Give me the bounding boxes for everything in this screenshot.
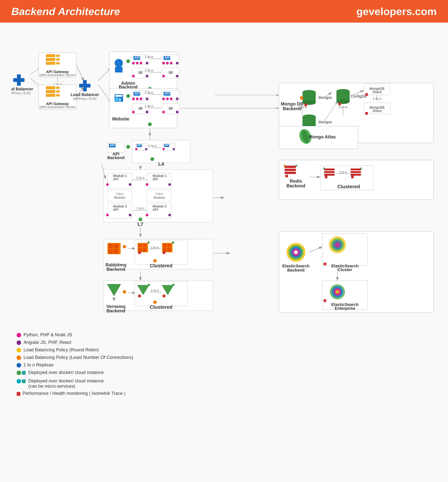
svg-text:Cluster: Cluster [338, 267, 352, 272]
architecture-diagram: Load Balancer (HAProxy / ELB) API Gatewa… [11, 34, 437, 478]
svg-text:1 to x: 1 to x [116, 192, 123, 195]
svg-point-94 [146, 111, 148, 113]
svg-point-313 [16, 371, 21, 375]
svg-rect-215 [324, 174, 335, 176]
svg-rect-183 [147, 190, 171, 202]
svg-point-190 [129, 214, 131, 216]
svg-text:UI: UI [169, 106, 172, 110]
svg-text:Deployed over docker/ cloud in: Deployed over docker/ cloud instance [28, 378, 104, 383]
admin-backend-section: API 1 to n API UI 1 to n UI [109, 52, 179, 91]
svg-rect-24 [56, 90, 60, 93]
svg-point-263 [294, 250, 298, 254]
svg-text:1 to n: 1 to n [144, 69, 153, 72]
svg-rect-203 [285, 166, 296, 168]
svg-text:V: V [113, 296, 116, 301]
svg-text:Modules: Modules [154, 196, 165, 199]
svg-point-81 [146, 98, 148, 100]
svg-point-46 [146, 62, 148, 64]
svg-point-59 [146, 75, 148, 77]
svg-point-45 [140, 62, 142, 64]
svg-text:1 to n: 1 to n [298, 105, 307, 109]
svg-text:UI: UI [169, 70, 172, 75]
svg-text:Clustered: Clustered [337, 184, 360, 189]
header-title: Backend Architecture [11, 5, 120, 17]
svg-rect-238 [138, 244, 142, 247]
svg-point-177 [146, 183, 148, 186]
vernemq-backend-section: V 1 to n Vernemq Backend Clustered [104, 280, 213, 313]
svg-rect-20 [46, 86, 55, 89]
svg-text:1 to n: 1 to n [144, 104, 153, 108]
svg-point-293 [148, 284, 150, 286]
svg-text:API: API [113, 177, 119, 181]
svg-rect-248 [167, 244, 171, 247]
svg-rect-25 [56, 94, 60, 96]
svg-rect-10 [46, 58, 55, 61]
svg-text:1 to n: 1 to n [136, 176, 144, 180]
svg-point-54 [170, 62, 172, 64]
svg-text:Mongos: Mongos [319, 95, 332, 100]
svg-rect-272 [324, 263, 326, 265]
svg-rect-233 [114, 249, 119, 254]
svg-rect-73 [119, 98, 121, 101]
svg-rect-297 [163, 295, 165, 297]
svg-text:API: API [164, 144, 169, 147]
svg-point-39 [126, 59, 130, 63]
svg-text:1 to n: 1 to n [144, 55, 153, 59]
svg-rect-11 [46, 62, 55, 65]
svg-rect-247 [163, 244, 167, 247]
svg-rect-241 [143, 248, 147, 252]
svg-rect-217 [325, 176, 327, 178]
svg-text:Backend: Backend [287, 183, 305, 188]
svg-text:Load Balancing Policy (Round R: Load Balancing Policy (Round Robin) [24, 347, 99, 352]
svg-text:(HAProxy / ELB): (HAProxy / ELB) [11, 91, 31, 95]
svg-text:UI: UI [138, 70, 142, 75]
svg-point-163 [173, 148, 175, 150]
svg-text:Mongos: Mongos [319, 120, 332, 124]
svg-text:API Gateway: API Gateway [46, 102, 69, 106]
rabbitmq-backend-section: 1 to n Rabbitmq Backend Clustered [104, 239, 213, 272]
l7-section: Module 1 API 1 to n Module 1 API 1 to x … [102, 165, 213, 227]
svg-text:Clustered: Clustered [150, 304, 172, 310]
svg-point-298 [172, 284, 175, 286]
svg-point-52 [162, 62, 165, 64]
svg-rect-230 [108, 244, 113, 249]
svg-point-243 [147, 241, 150, 244]
svg-point-307 [16, 348, 21, 352]
svg-point-198 [138, 218, 142, 221]
svg-text:UI: UI [138, 106, 142, 110]
svg-rect-29 [79, 84, 90, 87]
api-gateway-upper: API Gateway (With Authorisation Server) [39, 53, 76, 77]
svg-text:1 to n: 1 to n [151, 246, 159, 249]
svg-text:1 to x: 1 to x [155, 192, 163, 195]
svg-point-288 [123, 290, 126, 294]
svg-point-53 [166, 62, 169, 64]
svg-text:Module 2: Module 2 [113, 204, 127, 208]
svg-rect-3 [13, 78, 24, 82]
svg-point-155 [135, 148, 137, 150]
svg-text:Load Balancing Policy (Least N: Load Balancing Policy (Least Number Of C… [24, 355, 133, 360]
svg-point-196 [146, 214, 148, 216]
svg-point-80 [140, 98, 142, 100]
svg-point-316 [16, 379, 21, 383]
svg-point-156 [145, 148, 147, 150]
svg-text:1 to n: 1 to n [136, 207, 144, 210]
header: Backend Architecture gevelopers.com [0, 0, 448, 23]
svg-point-100 [176, 111, 178, 113]
svg-rect-206 [285, 175, 288, 177]
svg-point-74 [126, 94, 130, 98]
svg-rect-222 [351, 174, 361, 176]
svg-rect-250 [167, 248, 171, 252]
header-url: gevelopers.com [356, 5, 437, 17]
svg-point-271 [335, 242, 340, 248]
svg-text:1 to n Replicas: 1 to n Replicas [24, 362, 54, 367]
svg-rect-204 [285, 169, 296, 171]
svg-point-88 [166, 98, 169, 100]
svg-rect-239 [143, 244, 147, 247]
svg-rect-38 [115, 67, 122, 72]
api-gateway-lower: API Gateway (With Authorisation Server) [39, 85, 76, 109]
svg-point-101 [148, 122, 152, 126]
legend: Python, PHP & Node JS Angular JS, PHP, R… [16, 332, 133, 396]
svg-point-170 [106, 183, 109, 186]
svg-point-216 [323, 168, 325, 170]
svg-rect-249 [163, 248, 167, 252]
